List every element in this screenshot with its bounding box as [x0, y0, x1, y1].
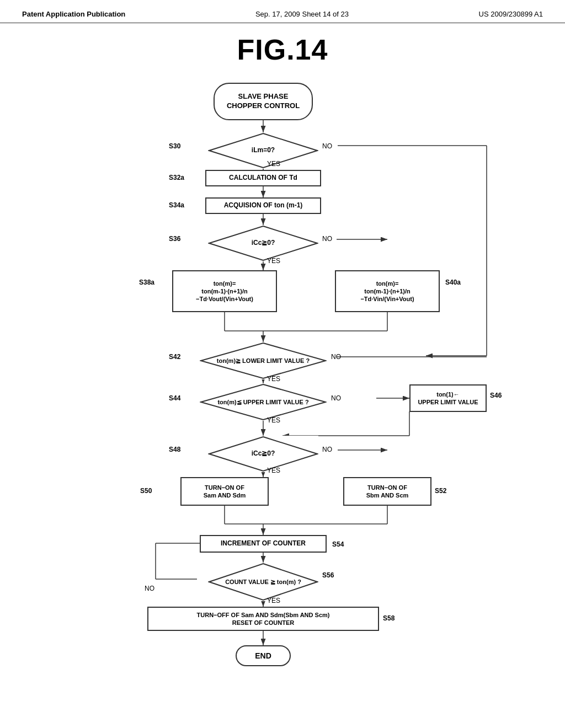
s58-text: TURN−OFF OF Sam AND Sdm(Sbm AND Scm) RES… — [197, 611, 330, 627]
s30-no: NO — [322, 142, 332, 150]
s50-text: TURN−ON OF Sam AND Sdm — [204, 484, 246, 500]
s42-no: NO — [331, 353, 341, 361]
s44-yes: YES — [267, 416, 280, 424]
s32a-text: CALCULATION OF Td — [229, 174, 297, 183]
s42-label: S42 — [169, 353, 180, 361]
s54-label: S54 — [332, 540, 344, 548]
header-center: Sep. 17, 2009 Sheet 14 of 23 — [255, 10, 349, 18]
s30-label: S30 — [169, 142, 180, 150]
s52-label: S52 — [435, 487, 446, 495]
s38a-rect: ton(m)= ton(m-1)·(n+1)/n −Td·Vout/(Vin+V… — [172, 270, 277, 312]
s36-label: S36 — [169, 235, 180, 243]
s30-yes: YES — [267, 160, 280, 168]
header-right: US 2009/230899 A1 — [479, 10, 543, 18]
s42-yes: YES — [267, 375, 280, 383]
fig-title: FIG.14 — [0, 33, 565, 66]
s42-text: ton(m)≧ LOWER LIMIT VALUE ? — [217, 357, 310, 365]
flowchart-container: SLAVE PHASE CHOPPER CONTROL iLm=0? S30 N… — [34, 72, 531, 722]
s32a-rect: CALCULATION OF Td — [205, 170, 321, 186]
start-label: SLAVE PHASE CHOPPER CONTROL — [227, 92, 300, 111]
s34a-rect: ACQUISION OF ton (m-1) — [205, 197, 321, 214]
s36-no: NO — [322, 235, 332, 243]
s46-rect: ton(1)← UPPER LIMIT VALUE — [409, 384, 487, 412]
s38a-label: S38a — [139, 279, 154, 286]
s40a-label: S40a — [445, 279, 461, 286]
s46-text: ton(1)← UPPER LIMIT VALUE — [418, 390, 478, 406]
s56-text: COUNT VALUE ≧ ton(m) ? — [225, 578, 301, 586]
s42-diamond: ton(m)≧ LOWER LIMIT VALUE ? — [200, 342, 327, 379]
s44-diamond: ton(m)≦ UPPER LIMIT VALUE ? — [200, 383, 327, 421]
s56-diamond: COUNT VALUE ≧ ton(m) ? — [208, 563, 318, 601]
s38a-text: ton(m)= ton(m-1)·(n+1)/n −Td·Vout/(Vin+V… — [196, 280, 253, 303]
s48-diamond: iCc≧0? — [208, 436, 318, 472]
s36-diamond: iCc≧0? — [208, 225, 318, 261]
s44-text: ton(m)≦ UPPER LIMIT VALUE ? — [217, 398, 308, 406]
s48-label: S48 — [169, 446, 180, 453]
s34a-label: S34a — [169, 201, 184, 209]
s56-label: S56 — [322, 571, 334, 579]
s48-no: NO — [322, 446, 332, 453]
s52-rect: TURN−ON OF Sbm AND Scm — [343, 477, 431, 506]
end-text: END — [255, 651, 271, 661]
s36-text: iCc≧0? — [252, 239, 275, 248]
s48-yes: YES — [267, 467, 280, 474]
page-header: Patent Application Publication Sep. 17, … — [0, 0, 565, 23]
s30-text: iLm=0? — [252, 146, 275, 155]
s36-yes: YES — [267, 257, 280, 265]
s34a-text: ACQUISION OF ton (m-1) — [224, 201, 303, 210]
s44-label: S44 — [169, 394, 180, 402]
s52-text: TURN−ON OF Sbm AND Scm — [366, 484, 409, 500]
s40a-text: ton(m)= ton(m-1)·(n+1)/n −Td·Vin/(Vin+Vo… — [360, 280, 414, 303]
s30-diamond: iLm=0? — [208, 132, 318, 169]
header-left: Patent Application Publication — [22, 10, 125, 18]
end-node: END — [236, 645, 291, 666]
s46-label: S46 — [490, 392, 502, 399]
s50-rect: TURN−ON OF Sam AND Sdm — [180, 477, 269, 506]
s50-label: S50 — [140, 487, 152, 495]
start-node: SLAVE PHASE CHOPPER CONTROL — [214, 83, 313, 120]
s32a-label: S32a — [169, 174, 184, 181]
s56-yes: YES — [267, 597, 280, 604]
s58-label: S58 — [383, 614, 395, 622]
s56-no: NO — [145, 585, 154, 592]
s40a-rect: ton(m)= ton(m-1)·(n+1)/n −Td·Vin/(Vin+Vo… — [335, 270, 440, 312]
s54-rect: INCREMENT OF COUNTER — [200, 535, 327, 553]
s48-text: iCc≧0? — [252, 449, 275, 458]
s54-text: INCREMENT OF COUNTER — [221, 539, 306, 548]
s58-rect: TURN−OFF OF Sam AND Sdm(Sbm AND Scm) RES… — [147, 607, 379, 631]
s44-no: NO — [331, 394, 341, 402]
